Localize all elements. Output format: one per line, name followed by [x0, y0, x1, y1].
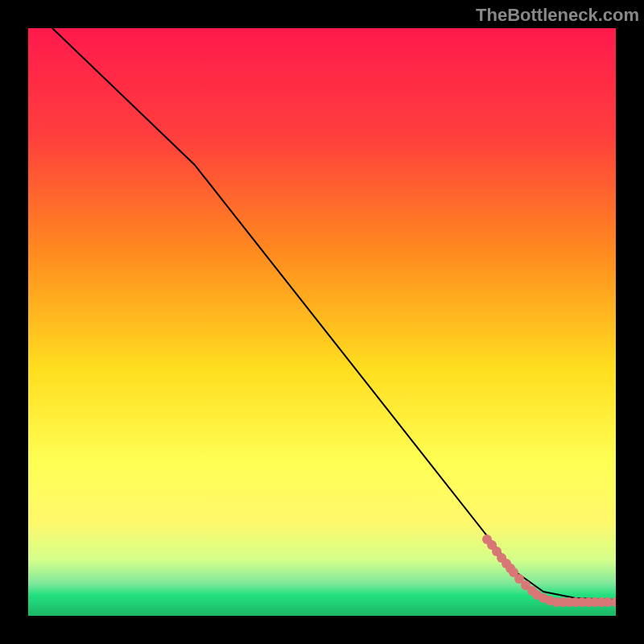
chart-frame: TheBottleneck.com	[0, 0, 644, 644]
svg-rect-0	[28, 28, 616, 616]
plot-area	[28, 28, 616, 616]
watermark-label: TheBottleneck.com	[476, 5, 639, 26]
plot-background-gradient	[28, 28, 616, 616]
